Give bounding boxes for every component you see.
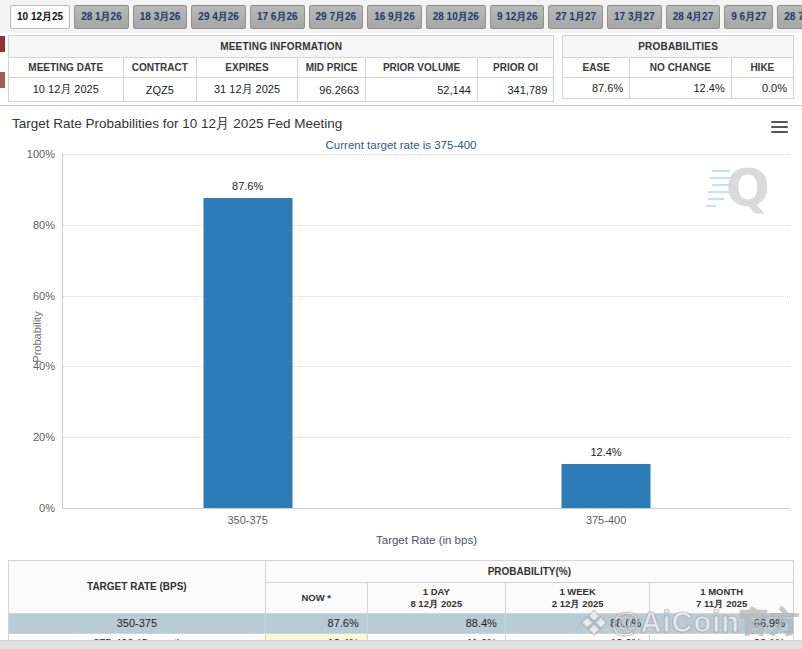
- chart-subtitle: Current target rate is 375-400: [0, 139, 802, 151]
- ytick-80: 80%: [33, 219, 55, 231]
- tab-meeting-date-11[interactable]: 28 4月27: [666, 5, 721, 29]
- tab-meeting-date-5[interactable]: 29 7月26: [309, 5, 364, 29]
- gridline-40: [63, 366, 790, 367]
- tab-meeting-date-13[interactable]: 28 7月27: [777, 5, 802, 29]
- tab-meeting-date-0[interactable]: 10 12月25: [10, 5, 70, 29]
- tab-meeting-date-9[interactable]: 27 1月27: [548, 5, 603, 29]
- row-350-375-label: 350-375: [9, 613, 266, 633]
- tab-meeting-date-4[interactable]: 17 6月26: [250, 5, 305, 29]
- bar-value-label: 87.6%: [203, 180, 292, 192]
- header-now: NOW *: [265, 583, 367, 614]
- header-meeting-date: MEETING DATE: [9, 58, 124, 78]
- header-hike: HIKE: [731, 58, 793, 78]
- xtick-350-375: 350-375: [227, 514, 267, 526]
- meeting-date-tabstrip: 10 12月25 28 1月26 18 3月26 29 4月26 17 6月26…: [0, 0, 802, 33]
- bar-value-label: 12.4%: [562, 446, 651, 458]
- ytick-60: 60%: [33, 290, 55, 302]
- mid-price-value: 96.2663: [297, 78, 365, 102]
- header-1-day-line2: 8 12月 2025: [370, 598, 503, 610]
- tab-meeting-date-10[interactable]: 17 3月27: [607, 5, 662, 29]
- header-1-week: 1 WEEK 2 12月 2025: [505, 583, 649, 614]
- gridline-80: [63, 225, 790, 226]
- tab-meeting-date-8[interactable]: 9 12月26: [490, 5, 545, 29]
- top-info-row: MEETING INFORMATION MEETING DATE CONTRAC…: [0, 33, 802, 102]
- header-1-month: 1 MONTH 7 11月 2025: [650, 583, 794, 614]
- ytick-20: 20%: [33, 431, 55, 443]
- left-edge-artifact: [0, 36, 5, 52]
- ytick-100: 100%: [27, 148, 55, 160]
- quikstrike-watermark-icon: Q: [706, 154, 776, 220]
- header-mid-price: MID PRICE: [297, 58, 365, 78]
- gridline-100: [63, 154, 790, 155]
- header-1-week-line2: 2 12月 2025: [508, 598, 647, 610]
- header-contract: CONTRACT: [123, 58, 197, 78]
- row-350-375-1week: 88.0%: [505, 613, 649, 633]
- no-change-value: 12.4%: [630, 78, 732, 99]
- bottom-gray-strip: [0, 640, 802, 649]
- header-target-rate-bps: TARGET RATE (BPS): [9, 561, 266, 614]
- header-no-change: NO CHANGE: [630, 58, 732, 78]
- meeting-information-table: MEETING INFORMATION MEETING DATE CONTRAC…: [8, 35, 554, 102]
- ytick-0: 0%: [39, 502, 55, 514]
- row-350-375-now: 87.6%: [265, 613, 367, 633]
- chart-title: Target Rate Probabilities for 10 12月 202…: [0, 106, 802, 133]
- header-1-day-line1: 1 DAY: [370, 586, 503, 598]
- header-probability-group: PROBABILITY(%): [265, 561, 793, 583]
- header-prior-oi: PRIOR OI: [477, 58, 553, 78]
- row-350-375-1month: 66.9%: [650, 613, 794, 633]
- header-now-line1: NOW *: [268, 592, 365, 604]
- table-row: 350-375 87.6% 88.4% 88.0% 66.9%: [9, 613, 794, 633]
- header-prior-volume: PRIOR VOLUME: [366, 58, 478, 78]
- meeting-information-title: MEETING INFORMATION: [9, 36, 554, 58]
- hamburger-menu-icon[interactable]: [771, 118, 788, 136]
- tab-meeting-date-1[interactable]: 28 1月26: [74, 5, 129, 29]
- probabilities-title: PROBABILITIES: [563, 36, 794, 58]
- header-1-week-line1: 1 WEEK: [508, 586, 647, 598]
- tab-meeting-date-7[interactable]: 28 10月26: [426, 5, 486, 29]
- chart-plot-area: 100% 80% 60% 40% 20% 0% Probability Q 87…: [62, 154, 790, 509]
- x-axis-title: Target Rate (in bps): [63, 534, 790, 546]
- hike-value: 0.0%: [731, 78, 793, 99]
- probabilities-table: PROBABILITIES EASE NO CHANGE HIKE 87.6% …: [562, 35, 794, 99]
- bar-375-400[interactable]: 12.4%: [562, 464, 651, 508]
- tab-meeting-date-6[interactable]: 16 9月26: [367, 5, 422, 29]
- gridline-60: [63, 296, 790, 297]
- row-350-375-1day: 88.4%: [367, 613, 505, 633]
- probability-chart: Target Rate Probabilities for 10 12月 202…: [0, 105, 802, 557]
- header-ease: EASE: [563, 58, 630, 78]
- ease-value: 87.6%: [563, 78, 630, 99]
- header-expires: EXPIRES: [197, 58, 298, 78]
- header-1-day: 1 DAY 8 12月 2025: [367, 583, 505, 614]
- tab-meeting-date-2[interactable]: 18 3月26: [133, 5, 188, 29]
- expires-value: 31 12月 2025: [197, 78, 298, 102]
- prior-oi-value: 341,789: [477, 78, 553, 102]
- tab-meeting-date-12[interactable]: 9 6月27: [724, 5, 773, 29]
- xtick-375-400: 375-400: [586, 514, 626, 526]
- contract-value: ZQZ5: [123, 78, 197, 102]
- tab-meeting-date-3[interactable]: 29 4月26: [191, 5, 246, 29]
- bar-350-375[interactable]: 87.6%: [203, 198, 292, 508]
- meeting-date-value: 10 12月 2025: [9, 78, 124, 102]
- header-1-month-line2: 7 11月 2025: [652, 598, 791, 610]
- probability-history-section: TARGET RATE (BPS) PROBABILITY(%) NOW * 1…: [0, 557, 802, 649]
- header-1-month-line1: 1 MONTH: [652, 586, 791, 598]
- y-axis-title: Probability: [31, 311, 43, 362]
- probability-history-table: TARGET RATE (BPS) PROBABILITY(%) NOW * 1…: [8, 560, 794, 649]
- prior-volume-value: 52,144: [366, 78, 478, 102]
- gridline-20: [63, 437, 790, 438]
- left-edge-artifact: [0, 72, 5, 88]
